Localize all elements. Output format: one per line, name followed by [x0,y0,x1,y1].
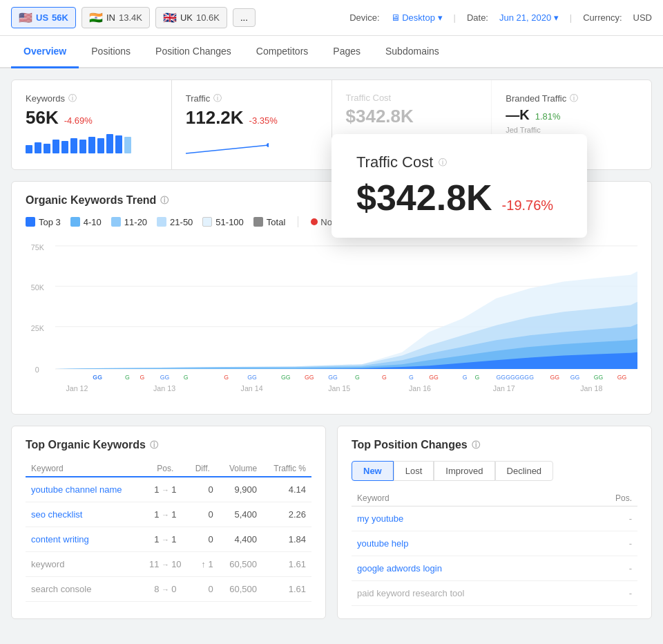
svg-text:GG: GG [93,374,102,381]
svg-point-0 [267,143,269,147]
svg-text:Jan 18: Jan 18 [580,384,602,392]
date-label: Date: [467,12,488,23]
col-diff: Diff. [190,461,219,477]
top-keywords-info-icon[interactable]: ⓘ [150,439,158,451]
pos-kw-1[interactable]: my youtube [352,506,584,531]
legend-11-20[interactable]: 11-20 [111,217,147,227]
kw-2[interactable]: seo checklist [26,502,141,527]
legend-total-label: Total [267,217,285,227]
svg-text:75K: 75K [31,243,45,252]
country-us[interactable]: 🇺🇸 US 56K [11,7,76,28]
traffic-stat: Traffic ⓘ 112.2K -3.35% [172,80,332,169]
kw-1[interactable]: youtube channel name [26,477,141,502]
legend-4-10[interactable]: 4-10 [70,217,102,227]
date-select[interactable]: Jun 21, 2020 ▾ [499,12,559,23]
top-position-changes-card: Top Position Changes ⓘ New Lost Improved… [337,426,652,619]
country-uk[interactable]: 🇬🇧 UK 10.6K [155,7,227,28]
svg-text:GG: GG [328,374,338,381]
kw-1-volume: 9,900 [219,477,262,502]
kw-4-traffic: 1.61 [262,552,311,577]
svg-text:Jan 12: Jan 12 [66,384,88,392]
tab-subdomains[interactable]: Subdomains [373,36,452,68]
top-keywords-card: Top Organic Keywords ⓘ Keyword Pos. Diff… [11,426,326,619]
top-position-changes-info-icon[interactable]: ⓘ [472,439,480,451]
bar-7 [79,140,86,153]
kw-5-diff: 0 [190,577,219,602]
legend-total[interactable]: Total [253,217,285,227]
pos-kw-2[interactable]: youtube help [352,531,584,556]
popup-value: $342.8K [356,177,492,218]
bar-5 [61,141,68,153]
top-position-changes-title: Top Position Changes ⓘ [352,439,637,451]
pos-kw-3-pos: - [584,556,637,581]
tab-overview[interactable]: Overview [11,36,79,68]
table-row: search console 8 → 0 0 60,500 1.61 [26,577,311,602]
svg-text:G: G [140,374,145,381]
kw-3-pos: 1 → 1 [141,527,190,552]
kw-2-volume: 5,400 [219,502,262,527]
jed-traffic-label[interactable]: Jed Traffic [506,126,637,134]
tab-position-changes[interactable]: Position Changes [143,36,244,68]
legend-21-50[interactable]: 21-50 [157,217,193,227]
pos-kw-4: paid keyword research tool [352,581,584,606]
pos-tab-declined[interactable]: Declined [495,461,554,481]
bar-12 [124,137,131,153]
legend-top3-checkbox [26,217,35,227]
svg-text:Jan 16: Jan 16 [409,384,431,392]
traffic-change: -3.35% [249,115,278,126]
tab-positions[interactable]: Positions [79,36,143,68]
count-in: 13.4K [119,12,142,23]
kw-5-pos: 8 → 0 [141,577,190,602]
kw-3-traffic: 1.84 [262,527,311,552]
svg-text:GG: GG [281,374,291,381]
svg-text:Jan 14: Jan 14 [241,384,263,392]
svg-text:GG: GG [305,374,314,381]
list-item: my youtube - [352,506,637,531]
legend-top3-label: Top 3 [39,217,61,227]
bar-6 [70,138,77,153]
trend-info-icon[interactable]: ⓘ [160,195,169,207]
table-row: seo checklist 1 → 1 0 5,400 2.26 [26,502,311,527]
notes-dot-icon [311,218,318,225]
pos-kw-1-pos: - [584,506,637,531]
popup-info-icon[interactable]: ⓘ [439,157,447,169]
svg-text:GGGGGGGG: GGGGGGGG [497,374,535,381]
tab-competitors[interactable]: Competitors [244,36,320,68]
svg-text:G: G [355,374,360,381]
kw-3[interactable]: content writing [26,527,141,552]
kw-5-traffic: 1.61 [262,577,311,602]
svg-text:G: G [224,374,229,381]
kw-4: keyword [26,552,141,577]
traffic-info-icon[interactable]: ⓘ [213,93,222,104]
pos-tab-improved[interactable]: Improved [434,461,494,481]
svg-text:GG: GG [247,374,257,381]
tab-pages[interactable]: Pages [320,36,373,68]
svg-text:GG: GG [429,374,439,381]
svg-text:GG: GG [594,374,604,381]
keywords-stat: Keywords ⓘ 56K -4.69% [12,80,172,169]
legend-51-100[interactable]: 51-100 [202,217,243,227]
legend-4-10-checkbox [70,217,80,227]
keywords-info-icon[interactable]: ⓘ [68,93,77,104]
country-in[interactable]: 🇮🇳 IN 13.4K [81,7,150,28]
svg-text:Jan 17: Jan 17 [493,384,515,392]
kw-3-diff: 0 [190,527,219,552]
pos-col-pos: Pos. [584,491,637,506]
branded-traffic-info-icon[interactable]: ⓘ [570,93,578,104]
pos-kw-3[interactable]: google adwords login [352,556,584,581]
chart-area: 75K 50K 25K 0 [26,236,637,401]
nav-tabs: Overview Positions Position Changes Comp… [0,36,663,68]
top-bar-right: Device: 🖥 Desktop ▾ | Date: Jun 21, 2020… [349,12,652,23]
flag-uk: 🇬🇧 [163,11,177,24]
pos-tab-new[interactable]: New [352,461,394,481]
svg-text:G: G [409,374,414,381]
device-select[interactable]: 🖥 Desktop ▾ [391,12,443,23]
traffic-sparkline [186,134,269,155]
legend-4-10-label: 4-10 [84,217,102,227]
legend-top3[interactable]: Top 3 [26,217,61,227]
keywords-table: Keyword Pos. Diff. Volume Traffic % yout… [26,461,311,602]
pos-tab-lost[interactable]: Lost [394,461,434,481]
more-countries-button[interactable]: ... [233,8,256,27]
traffic-cost-value-hidden: $342.8K [346,106,414,127]
top-keywords-title: Top Organic Keywords ⓘ [26,439,311,451]
